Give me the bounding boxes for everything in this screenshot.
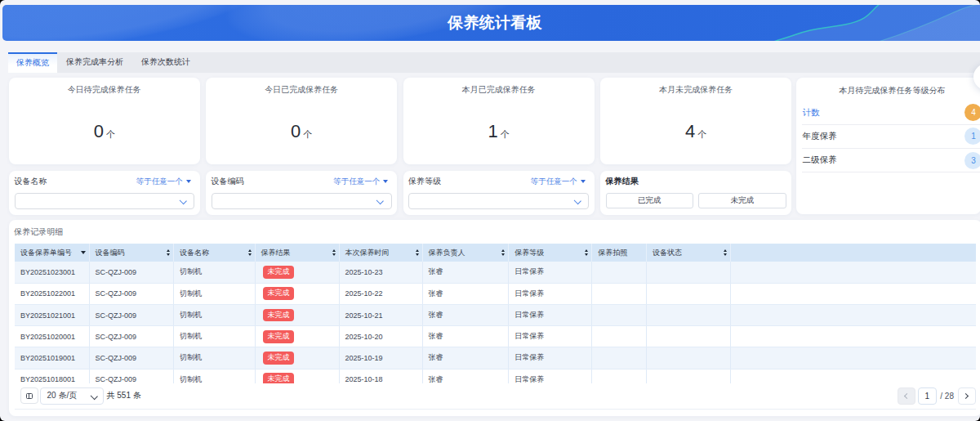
filter-label: 保养等级 bbox=[408, 176, 441, 187]
filter-card-1: 设备名称等于任意一个 bbox=[9, 171, 200, 215]
tab-3[interactable]: 保养次数统计 bbox=[132, 52, 199, 74]
filter-caret-icon[interactable] bbox=[81, 251, 86, 254]
sort-icon[interactable] bbox=[724, 249, 727, 256]
chevron-down-icon bbox=[180, 197, 187, 204]
table-cell bbox=[592, 262, 647, 283]
sort-icon[interactable] bbox=[332, 249, 336, 256]
caret-down-icon bbox=[383, 180, 388, 183]
level-label: 计数 bbox=[802, 107, 819, 119]
table-cell: SC-QZJ-009 bbox=[89, 283, 174, 304]
page-size-select[interactable]: 20 条/页 bbox=[40, 387, 104, 405]
filter-operator[interactable]: 等于任意一个 bbox=[531, 177, 586, 187]
result-option-button[interactable]: 未完成 bbox=[698, 193, 786, 209]
table-cell bbox=[592, 369, 647, 383]
filter-select[interactable] bbox=[408, 193, 589, 209]
result-filter-label: 保养结果 bbox=[606, 176, 639, 187]
table-cell: 张睿 bbox=[422, 347, 509, 369]
table-cell: 未完成 bbox=[255, 369, 339, 383]
column-header[interactable]: 保养结果 bbox=[255, 244, 339, 262]
banner: 保养统计看板 bbox=[2, 5, 980, 41]
next-page-button[interactable] bbox=[958, 387, 976, 405]
column-settings-button[interactable] bbox=[20, 387, 38, 404]
table-row[interactable]: BY20251020001SC-QZJ-009切制机未完成2025-10-20张… bbox=[15, 326, 976, 347]
table-cell: 日常保养 bbox=[509, 283, 592, 304]
table-cell: 未完成 bbox=[255, 304, 339, 325]
table-cell bbox=[592, 304, 647, 325]
stat-unit: 个 bbox=[106, 129, 115, 139]
level-distribution-panel: 本月待完成保养任务等级分布 计数4年度保养1二级保养3 bbox=[796, 78, 980, 214]
page: 保养统计看板 保养概览保养完成率分析保养次数统计 今日待完成保养任务0个今日已完… bbox=[0, 0, 980, 421]
table-cell: BY20251023001 bbox=[15, 262, 89, 283]
table-cell: BY20251020001 bbox=[15, 326, 89, 347]
table-row[interactable]: BY20251023001SC-QZJ-009切制机未完成2025-10-23张… bbox=[15, 262, 976, 283]
tab-1[interactable]: 保养概览 bbox=[8, 52, 57, 74]
column-header[interactable]: 设备名称 bbox=[174, 244, 256, 262]
tab-bar: 保养概览保养完成率分析保养次数统计 bbox=[8, 52, 980, 74]
table-row[interactable]: BY20251019001SC-QZJ-009切制机未完成2025-10-19张… bbox=[15, 347, 976, 369]
table-cell: BY20251018001 bbox=[15, 369, 89, 383]
sort-icon[interactable] bbox=[167, 249, 170, 256]
column-header[interactable]: 保养拍照 bbox=[592, 244, 647, 262]
table-cell: 张睿 bbox=[422, 283, 509, 304]
level-count-badge: 3 bbox=[964, 152, 980, 169]
table-row[interactable]: BY20251021001SC-QZJ-009切制机未完成2025-10-21张… bbox=[15, 304, 976, 325]
column-label: 本次保养时间 bbox=[345, 248, 390, 258]
sort-icon[interactable] bbox=[248, 249, 252, 256]
result-option-button[interactable]: 已完成 bbox=[606, 193, 693, 209]
table-cell: 张睿 bbox=[422, 304, 509, 325]
tab-2[interactable]: 保养完成率分析 bbox=[57, 52, 132, 74]
sort-icon[interactable] bbox=[585, 249, 588, 256]
page-input[interactable]: 1 bbox=[918, 387, 937, 405]
column-header[interactable]: 设备状态 bbox=[646, 244, 730, 262]
filter-operator[interactable]: 等于任意一个 bbox=[136, 177, 191, 187]
table-cell: 日常保养 bbox=[509, 304, 592, 325]
filter-operator[interactable]: 等于任意一个 bbox=[333, 177, 388, 187]
stat-value: 4个 bbox=[600, 123, 791, 143]
level-row: 年度保养1 bbox=[802, 125, 980, 149]
page-size-value: 20 条/页 bbox=[47, 390, 78, 401]
status-badge: 未完成 bbox=[263, 309, 294, 322]
level-panel-rows: 计数4年度保养1二级保养3 bbox=[802, 101, 980, 173]
table-cell: 日常保养 bbox=[509, 347, 592, 369]
table-row[interactable]: BY20251018001SC-QZJ-009切制机未完成2025-10-18张… bbox=[15, 369, 976, 383]
sort-icon[interactable] bbox=[501, 249, 505, 256]
table-cell: 切制机 bbox=[174, 326, 256, 347]
table-row[interactable]: BY20251022001SC-QZJ-009切制机未完成2025-10-22张… bbox=[15, 283, 976, 304]
table-cell: SC-QZJ-009 bbox=[89, 304, 174, 325]
filter-select[interactable] bbox=[212, 193, 392, 209]
table-cell bbox=[646, 347, 730, 369]
stat-unit: 个 bbox=[501, 129, 510, 139]
column-header[interactable]: 保养负责人 bbox=[422, 244, 509, 262]
maintenance-table: 设备保养单编号设备编码设备名称保养结果本次保养时间保养负责人保养等级保养拍照设备… bbox=[15, 244, 976, 383]
table-cell: 切制机 bbox=[174, 347, 256, 369]
column-label: 设备名称 bbox=[180, 248, 209, 258]
table-cell bbox=[592, 347, 647, 369]
table-cell bbox=[646, 262, 730, 283]
table-cell: 2025-10-18 bbox=[339, 369, 422, 383]
screen: 保养统计看板 保养概览保养完成率分析保养次数统计 今日待完成保养任务0个今日已完… bbox=[0, 0, 980, 421]
caret-down-icon bbox=[186, 180, 191, 183]
column-label: 保养结果 bbox=[261, 248, 291, 258]
table-cell: 2025-10-21 bbox=[339, 304, 422, 325]
column-header[interactable]: 设备编码 bbox=[89, 244, 174, 262]
column-header[interactable]: 设备保养单编号 bbox=[15, 244, 89, 262]
table-cell: 未完成 bbox=[255, 283, 339, 304]
columns-icon bbox=[26, 393, 33, 400]
stat-card-1: 今日待完成保养任务0个 bbox=[9, 78, 200, 164]
level-count-badge: 1 bbox=[964, 128, 980, 145]
filter-label: 设备名称 bbox=[15, 176, 47, 187]
table-cell: 2025-10-23 bbox=[339, 262, 422, 283]
table-cell: 张睿 bbox=[422, 326, 509, 347]
table-cell: BY20251019001 bbox=[15, 347, 89, 369]
prev-page-button[interactable] bbox=[898, 387, 915, 405]
filter-select[interactable] bbox=[15, 193, 195, 209]
column-label: 设备保养单编号 bbox=[20, 248, 72, 258]
table-cell: 日常保养 bbox=[509, 369, 592, 383]
table-cell: 切制机 bbox=[174, 304, 256, 325]
column-header[interactable]: 保养等级 bbox=[509, 244, 592, 262]
chevron-down-icon bbox=[574, 197, 581, 204]
column-header[interactable]: 本次保养时间 bbox=[339, 244, 422, 262]
sort-icon[interactable] bbox=[416, 249, 419, 256]
table-cell bbox=[592, 326, 647, 347]
stat-title: 本月未完成保养任务 bbox=[600, 84, 791, 96]
